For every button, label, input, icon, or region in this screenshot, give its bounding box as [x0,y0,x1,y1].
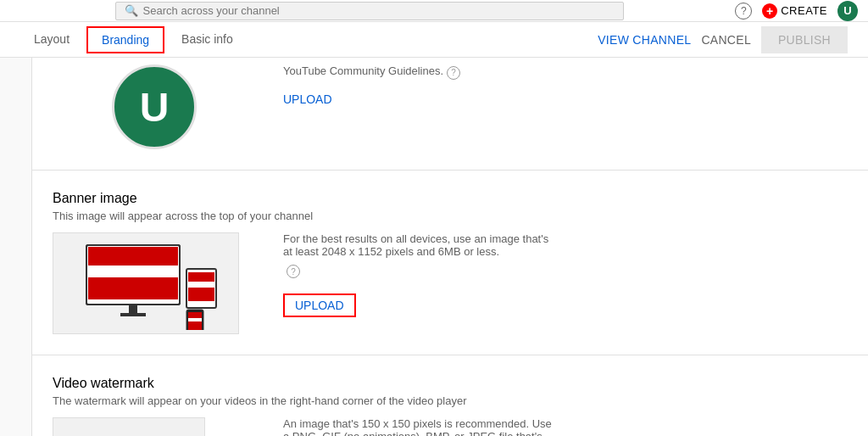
create-button[interactable]: + CREATE [762,3,827,19]
watermark-description: The watermark will appear on your videos… [53,394,834,407]
community-help-icon[interactable]: ? [447,66,460,80]
profile-upload-area: YouTube Community Guidelines. ? UPLOAD [283,64,460,159]
banner-help-icon[interactable]: ? [287,265,300,278]
tabs: Layout Branding Basic info [20,22,247,58]
svg-rect-11 [188,282,214,288]
svg-rect-6 [129,305,137,313]
topbar-right: ? + CREATE U [735,1,858,21]
subheader: Layout Branding Basic info VIEW CHANNEL … [0,22,868,58]
cancel-button[interactable]: CANCEL [701,33,751,47]
svg-rect-7 [120,313,146,316]
banner-upload-area: For the best results on all devices, use… [283,232,834,334]
banner-description: This image will appear across the top of… [53,210,834,222]
svg-rect-3 [88,247,178,266]
watermark-upload-area: An image that's 150 x 150 pixels is reco… [283,417,834,436]
svg-rect-15 [188,312,202,318]
watermark-title: Video watermark [53,376,834,391]
banner-upload-link[interactable]: UPLOAD [283,293,356,317]
tab-basic-info[interactable]: Basic info [168,22,247,58]
svg-rect-10 [188,272,214,282]
banner-inner: For the best results on all devices, use… [53,232,834,334]
watermark-preview-area [53,417,256,436]
main-content: U YouTube Community Guidelines. ? UPLOAD… [0,58,868,436]
svg-rect-12 [188,288,214,301]
svg-rect-5 [88,277,178,299]
publish-button: PUBLISH [761,26,848,53]
content-area: U YouTube Community Guidelines. ? UPLOAD… [32,58,868,436]
svg-rect-16 [188,318,202,321]
banner-section: Banner image This image will appear acro… [32,170,868,355]
watermark-inner: An image that's 150 x 150 pixels is reco… [53,417,834,436]
channel-avatar-preview: U [112,64,197,149]
banner-preview-image [53,232,239,334]
topbar: 🔍 ? + CREATE U [0,0,868,22]
view-channel-button[interactable]: VIEW CHANNEL [598,33,691,47]
devices-svg [61,237,231,330]
help-icon[interactable]: ? [735,3,752,20]
profile-section: U YouTube Community Guidelines. ? UPLOAD [32,58,868,170]
avatar[interactable]: U [837,1,858,21]
watermark-hint-text: An image that's 150 x 150 pixels is reco… [283,417,554,436]
search-input[interactable] [143,4,615,17]
tab-layout[interactable]: Layout [20,22,83,58]
search-bar[interactable]: 🔍 [115,2,624,20]
watermark-section: Video watermark The watermark will appea… [32,355,868,436]
create-plus-icon: + [762,3,777,19]
left-panel [0,58,32,436]
community-guidelines-text: YouTube Community Guidelines. [283,64,443,77]
banner-hint-text: For the best results on all devices, use… [283,232,554,258]
svg-rect-4 [88,266,178,277]
subheader-right: VIEW CHANNEL CANCEL PUBLISH [598,26,848,53]
banner-preview-area [53,232,256,334]
picture-upload-link[interactable]: UPLOAD [283,92,332,106]
create-label: CREATE [781,4,827,17]
search-icon: 🔍 [125,4,138,17]
banner-title: Banner image [53,191,834,206]
svg-rect-17 [188,321,202,330]
profile-image-area: U [53,64,256,159]
watermark-preview-image [53,417,205,436]
tab-branding[interactable]: Branding [86,26,164,53]
